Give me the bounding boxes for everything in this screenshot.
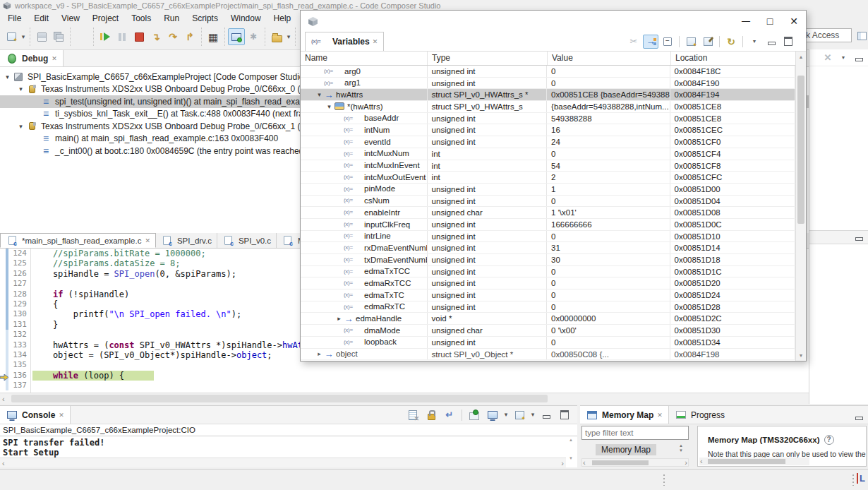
step-into-button[interactable] — [147, 28, 164, 45]
minimize-button[interactable] — [764, 35, 779, 49]
clear-console-button[interactable] — [404, 407, 421, 424]
show-type-names-button[interactable] — [626, 35, 641, 49]
minimize-button[interactable] — [538, 407, 555, 424]
window-minimize-button[interactable]: — — [734, 11, 758, 31]
expander-icon[interactable]: ▾ — [325, 101, 334, 112]
scroll-thumb[interactable] — [592, 460, 649, 465]
window-maximize-button[interactable]: □ — [758, 11, 782, 31]
menu-view[interactable]: View — [55, 11, 86, 25]
expander-icon[interactable]: ▸ — [334, 313, 344, 324]
menu-arrow-icon[interactable] — [502, 409, 510, 422]
variable-row[interactable]: ▾*(hwAttrs)struct SPI_v0_HWAttrs_s{baseA… — [301, 101, 795, 113]
menu-file[interactable]: File — [1, 11, 28, 25]
menu-scripts[interactable]: Scripts — [186, 11, 224, 25]
collapsed-panel-header[interactable] — [809, 230, 868, 244]
console-output[interactable]: SPI transfer failed!Start Setup — [0, 436, 577, 458]
column-header-location[interactable]: Location — [671, 52, 797, 65]
editor-tab[interactable]: SPI_drv.c — [156, 233, 217, 248]
memory-map-tree-item[interactable]: Memory Map — [596, 444, 656, 455]
menu-arrow-icon[interactable] — [20, 30, 27, 43]
variables-window-titlebar[interactable]: — □ ✕ — [301, 11, 806, 32]
menu-tools[interactable]: Tools — [125, 11, 157, 25]
editor-tab[interactable]: SPI_v0.c — [217, 233, 277, 248]
minimize-icon[interactable] — [852, 231, 865, 244]
column-header-name[interactable]: Name — [301, 52, 428, 65]
tab-memory-map[interactable]: Memory Map✕ — [580, 406, 669, 424]
help-icon[interactable] — [824, 435, 834, 445]
variable-row[interactable]: rxDmaEventNumberunsigned int310x00851D14 — [301, 242, 795, 254]
maximize-button[interactable] — [780, 35, 796, 49]
variable-row[interactable]: edmaTxTCunsigned int00x00851D24 — [301, 289, 795, 301]
scroll-thumb[interactable] — [797, 76, 804, 224]
variable-row[interactable]: intcMuxInEventint540x00851CF8 — [301, 160, 795, 172]
close-icon[interactable]: ✕ — [52, 55, 57, 62]
window-close-button[interactable]: ✕ — [782, 11, 806, 31]
scroll-down-icon[interactable]: ▼ — [796, 353, 806, 358]
resume-button[interactable] — [97, 28, 114, 45]
debug-view-button[interactable] — [73, 28, 90, 45]
refresh-button[interactable] — [723, 35, 739, 49]
console-mon-button[interactable] — [484, 407, 501, 424]
variable-row[interactable]: txDmaEventNumberunsigned int300x00851D18 — [301, 254, 795, 266]
variable-row[interactable]: edmaRxTCunsigned int00x00851D28 — [301, 301, 795, 313]
terminate-button[interactable] — [131, 28, 147, 45]
tab-variables[interactable]: Variables ✕ — [305, 32, 384, 51]
scroll-right-icon[interactable]: › — [561, 458, 564, 467]
menu-edit[interactable]: Edit — [28, 11, 55, 25]
console-hscrollbar[interactable]: ‹ › — [0, 458, 566, 467]
expander-icon[interactable]: ▾ — [16, 85, 25, 92]
load-program-button[interactable] — [268, 28, 285, 45]
scroll-left-icon[interactable]: ‹ — [2, 458, 5, 467]
close-icon[interactable]: ✕ — [657, 412, 663, 419]
variable-row[interactable]: arg1unsigned int00x0084F190 — [301, 78, 795, 90]
variable-row[interactable]: intcMuxOutEventint20x00851CFC — [301, 172, 795, 184]
scroll-thumb[interactable] — [11, 395, 548, 402]
variable-row[interactable]: dmaModeunsigned char0 '\x00'0x00851D30 — [301, 325, 795, 337]
variable-row[interactable]: intrLineunsigned int00x00851D10 — [301, 231, 795, 243]
scroll-right-icon[interactable]: › — [685, 458, 687, 467]
expander-icon[interactable]: ▾ — [16, 123, 25, 130]
collapse-all-button[interactable] — [660, 35, 675, 49]
editor-tab[interactable]: *main_spi_flash_read_example.c✕ — [0, 233, 156, 248]
step-return-button[interactable] — [181, 28, 198, 45]
tools-button[interactable] — [245, 28, 262, 45]
pin-console-button[interactable] — [466, 407, 483, 424]
menu-run[interactable]: Run — [157, 11, 186, 25]
close-icon[interactable]: ✕ — [145, 237, 150, 244]
variable-row[interactable]: inputClkFrequnsigned int1666666660x00851… — [301, 219, 795, 231]
remove-icon[interactable] — [821, 52, 834, 64]
editor-gutter[interactable]: 1241251261271281291301311321331341351361… — [0, 249, 31, 393]
view-menu-icon[interactable] — [837, 52, 850, 64]
scroll-left-icon[interactable]: ‹ — [583, 458, 586, 467]
scroll-lock-button[interactable] — [423, 407, 440, 424]
scroll-left-icon[interactable]: ‹ — [700, 456, 703, 466]
close-icon[interactable]: ✕ — [373, 38, 378, 45]
maximize-button[interactable] — [556, 407, 573, 424]
variable-row[interactable]: arg0unsigned int00x0084F18C — [301, 66, 795, 78]
variable-row[interactable]: enableIntrunsigned char1 '\x01'0x00851D0… — [301, 207, 795, 219]
variable-row[interactable]: edmaTxTCCunsigned int00x00851D1C — [301, 266, 795, 278]
variable-row[interactable]: csNumunsigned int00x00851D04 — [301, 196, 795, 208]
view-grid-button[interactable] — [205, 28, 222, 45]
drag-handle[interactable] — [852, 474, 854, 486]
editor-hscrollbar[interactable]: ‹ — [0, 393, 809, 404]
expander-icon[interactable]: ▾ — [315, 89, 324, 100]
scroll-thumb[interactable] — [708, 459, 785, 464]
show-logical-button[interactable] — [643, 35, 658, 49]
menu-window[interactable]: Window — [224, 11, 267, 25]
memmap-hscrollbar[interactable]: ‹ › — [581, 458, 689, 467]
variable-row[interactable]: loopbackunsigned int00x00851D34 — [301, 337, 795, 349]
tab-debug[interactable]: Debug ✕ — [0, 50, 64, 66]
connect-target-button[interactable] — [228, 28, 245, 45]
close-icon[interactable]: ✕ — [59, 412, 64, 419]
tab-progress[interactable]: Progress — [669, 406, 730, 424]
scroll-up-icon[interactable]: ▲ — [796, 54, 806, 59]
word-wrap-button[interactable] — [441, 407, 458, 424]
step-over-button[interactable] — [164, 28, 181, 45]
save-all-button[interactable] — [50, 28, 67, 45]
console-vscrollbar[interactable]: ▲▼ — [566, 438, 576, 460]
variable-row[interactable]: pinModeunsigned int10x00851D00 — [301, 184, 795, 196]
variables-vscrollbar[interactable]: ▲ ▼ — [795, 52, 806, 361]
menu-project[interactable]: Project — [86, 11, 125, 25]
variable-row[interactable]: intcMuxNumint00x00851CF4 — [301, 148, 795, 160]
